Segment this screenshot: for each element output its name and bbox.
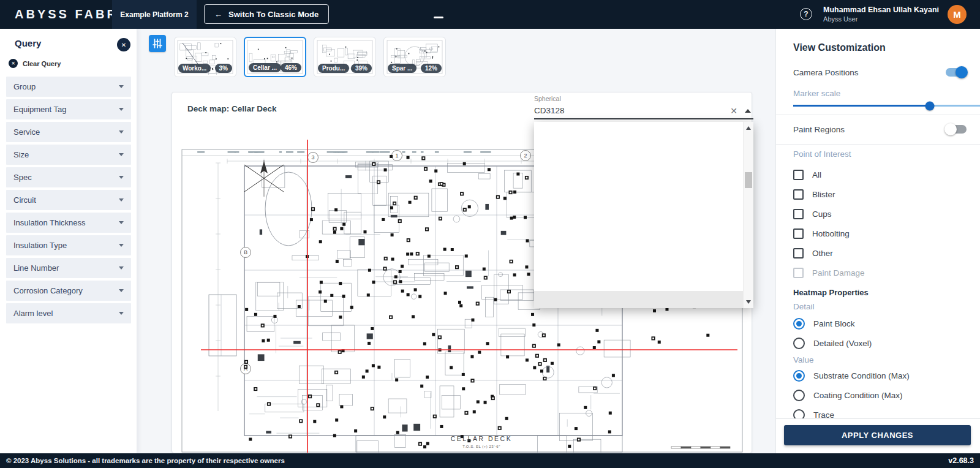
value-radio-row[interactable]: Substrate Condition (Max) bbox=[793, 366, 967, 385]
deck-thumbnail[interactable]: Worko... 3% bbox=[174, 37, 236, 77]
poi-checkbox-row[interactable]: All bbox=[793, 165, 967, 184]
poi-checkbox-row[interactable]: Blister bbox=[793, 184, 967, 204]
clear-x-icon[interactable]: ✕ bbox=[730, 106, 737, 116]
checkbox[interactable] bbox=[793, 209, 804, 219]
checkbox[interactable] bbox=[793, 228, 804, 239]
poi-checkbox-label: Paint Damage bbox=[812, 268, 865, 277]
filter-accordion-item[interactable]: Line Number bbox=[6, 258, 131, 278]
scroll-up-icon[interactable] bbox=[746, 126, 751, 130]
platform-selector[interactable]: Example Platform 2 bbox=[112, 0, 197, 29]
switch-to-classic-mode-button[interactable]: ← Switch To Classic Mode bbox=[204, 4, 329, 24]
filter-label: Group bbox=[13, 82, 36, 91]
poi-checkbox-row[interactable]: Other bbox=[793, 243, 967, 263]
chevron-down-icon bbox=[119, 153, 124, 156]
deck-thumbnail[interactable]: Spar ... 12% bbox=[383, 37, 446, 77]
poi-checkbox-row[interactable]: Cups bbox=[793, 204, 967, 224]
query-panel-close-button[interactable]: ✕ bbox=[117, 38, 130, 51]
scrollbar-thumb[interactable] bbox=[745, 172, 752, 188]
svg-text:3: 3 bbox=[311, 154, 314, 160]
clear-query-button[interactable]: ✕ Clear Query bbox=[9, 59, 61, 68]
filter-accordion-item[interactable]: Service bbox=[6, 122, 131, 142]
value-radio-row[interactable]: Coating Condition (Max) bbox=[793, 385, 967, 405]
chevron-down-icon bbox=[119, 312, 124, 315]
paint-regions-toggle[interactable] bbox=[946, 125, 967, 134]
filter-accordion-item[interactable]: Insulation Type bbox=[6, 235, 131, 255]
spherical-option-list bbox=[534, 122, 753, 308]
query-panel-title: Query bbox=[15, 38, 41, 48]
deck-thumbnail[interactable]: Produ... 39% bbox=[314, 37, 376, 77]
spherical-option[interactable] bbox=[534, 139, 753, 156]
spherical-option[interactable] bbox=[534, 224, 753, 241]
chevron-down-icon bbox=[119, 289, 124, 292]
spherical-label: Spherical bbox=[534, 95, 753, 102]
deck-thumbnail-name: Produ... bbox=[318, 64, 349, 73]
spherical-option[interactable] bbox=[534, 173, 753, 190]
filter-accordion-item[interactable]: Size bbox=[6, 145, 131, 165]
radio-button[interactable] bbox=[793, 318, 805, 330]
detail-radio-row[interactable]: Detailed (Voxel) bbox=[793, 333, 967, 353]
spherical-option[interactable] bbox=[534, 156, 753, 173]
close-icon: ✕ bbox=[121, 42, 126, 48]
radio-button[interactable] bbox=[793, 370, 805, 382]
deck-thumbnail-percent: 46% bbox=[281, 63, 301, 72]
spherical-option[interactable] bbox=[534, 240, 753, 257]
radio-button[interactable] bbox=[793, 390, 805, 401]
switch-button-label: Switch To Classic Mode bbox=[228, 10, 318, 19]
dropdown-scrollbar[interactable] bbox=[743, 122, 753, 308]
filter-accordion-item[interactable]: Corrosion Category bbox=[6, 281, 131, 301]
help-icon[interactable]: ? bbox=[800, 8, 812, 20]
scroll-down-icon[interactable] bbox=[746, 300, 751, 304]
spherical-option[interactable] bbox=[534, 206, 753, 224]
filter-accordion-item[interactable]: Equipment Tag bbox=[6, 99, 131, 119]
caret-up-icon[interactable] bbox=[745, 109, 751, 113]
chevron-down-icon bbox=[119, 130, 124, 134]
filter-accordion-item[interactable]: Group bbox=[6, 77, 131, 97]
view-customization-title: View Customization bbox=[793, 42, 967, 53]
spherical-option[interactable] bbox=[534, 189, 753, 206]
filter-accordion-item[interactable]: Circuit bbox=[6, 190, 131, 210]
svg-text:B: B bbox=[244, 249, 247, 255]
detail-radio-row[interactable]: Paint Block bbox=[793, 314, 967, 333]
slider-thumb[interactable] bbox=[925, 101, 935, 110]
avatar[interactable]: M bbox=[948, 5, 967, 24]
deck-thumbnail[interactable]: Cellar ... 46% bbox=[244, 37, 306, 77]
poi-checkbox-label: All bbox=[812, 170, 821, 179]
user-menu[interactable]: Muhammad Ehsan Ullah Kayani Abyss User M bbox=[823, 0, 967, 29]
divider bbox=[776, 115, 980, 115]
marker-scale-slider[interactable] bbox=[793, 105, 980, 107]
apply-changes-footer: APPLY CHANGES bbox=[776, 418, 980, 453]
camera-positions-label: Camera Positions bbox=[793, 68, 859, 77]
checkbox[interactable] bbox=[793, 248, 804, 259]
checkbox[interactable] bbox=[793, 189, 804, 200]
filter-label: Corrosion Category bbox=[13, 286, 83, 295]
poi-checkbox-row[interactable]: Hotbolting bbox=[793, 224, 967, 243]
camera-positions-toggle[interactable] bbox=[946, 68, 967, 77]
spherical-option[interactable] bbox=[534, 274, 753, 291]
radio-button[interactable] bbox=[793, 338, 805, 349]
slider-fill bbox=[793, 105, 930, 107]
filter-label: Line Number bbox=[13, 263, 59, 273]
filter-accordion-item[interactable]: Spec bbox=[6, 167, 131, 187]
apply-changes-button[interactable]: APPLY CHANGES bbox=[784, 425, 971, 445]
deck-thumbnail-percent: 39% bbox=[351, 64, 372, 73]
checkbox[interactable] bbox=[793, 170, 804, 180]
filter-label: Circuit bbox=[13, 195, 36, 205]
chevron-down-icon bbox=[119, 221, 124, 224]
tune-icon bbox=[152, 38, 163, 49]
spherical-option[interactable] bbox=[534, 257, 753, 274]
spherical-input[interactable]: CD3128 ✕ bbox=[534, 104, 753, 119]
chevron-down-icon bbox=[119, 85, 124, 88]
filter-accordion-item[interactable]: Alarm level bbox=[6, 303, 131, 323]
checkbox[interactable] bbox=[793, 268, 804, 278]
spherical-dropdown bbox=[534, 122, 753, 308]
spherical-option[interactable] bbox=[534, 291, 753, 308]
main-nav bbox=[402, 0, 457, 29]
deck-filter-button[interactable] bbox=[149, 35, 166, 52]
filter-label: Spec bbox=[13, 173, 32, 182]
filter-accordion-item[interactable]: Insulation Thickness bbox=[6, 213, 131, 233]
poi-checkbox-row[interactable]: Paint Damage bbox=[793, 263, 967, 282]
chevron-down-icon bbox=[119, 198, 124, 202]
spherical-option[interactable] bbox=[534, 122, 753, 139]
filter-label: Insulation Type bbox=[13, 241, 67, 250]
value-radio-label: Coating Condition (Max) bbox=[813, 391, 903, 400]
